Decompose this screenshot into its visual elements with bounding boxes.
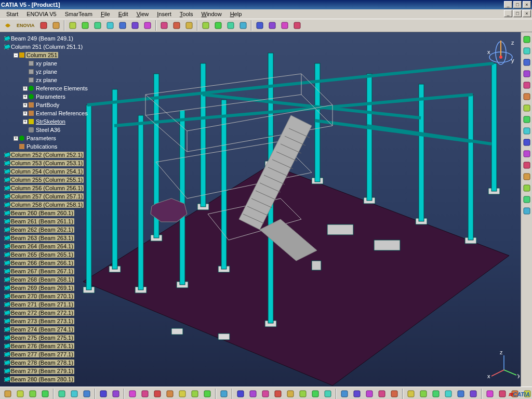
menu-window[interactable]: Window: [197, 10, 226, 18]
tree-node[interactable]: +Beam 273 (Beam 273.1): [1, 317, 113, 325]
tree-node[interactable]: +Column 254 (Column 254.1): [1, 167, 113, 176]
toolbtn-t19[interactable]: [279, 20, 290, 31]
tree-node[interactable]: +Beam 277 (Beam 277.1): [1, 350, 113, 358]
toolbtn-t1[interactable]: [38, 20, 49, 31]
tree-node[interactable]: Publications: [1, 142, 113, 151]
doc-close-button[interactable]: ×: [523, 10, 531, 17]
menu-insert[interactable]: Insert: [153, 10, 176, 18]
tree-node[interactable]: +Beam 261 (Beam 261.1): [1, 217, 113, 225]
menu-smarteam[interactable]: SmarTeam: [61, 10, 97, 18]
btr-hide3[interactable]: [430, 388, 442, 400]
tree-node[interactable]: Steel A36: [1, 126, 113, 134]
tree-node[interactable]: +Beam 279 (Beam 279.1): [1, 367, 113, 375]
btr-m3[interactable]: [497, 388, 508, 400]
btr-measure[interactable]: [468, 388, 479, 400]
tree-node[interactable]: +Column 257 (Column 257.1): [1, 192, 113, 201]
minimize-button[interactable]: _: [504, 1, 512, 8]
btl-print[interactable]: [39, 388, 51, 400]
spec-tree[interactable]: +Beam 249 (Beam 249.1)-Column 251 (Colum…: [0, 32, 114, 387]
toolbtn-t16[interactable]: [237, 20, 249, 31]
btl-image3[interactable]: [202, 388, 213, 400]
righttool-rib[interactable]: [522, 137, 532, 148]
righttool-remove[interactable]: [522, 183, 532, 193]
expand-icon[interactable]: +: [23, 103, 28, 108]
tree-node[interactable]: +Column 253 (Column 253.1): [1, 159, 113, 167]
righttool-union[interactable]: [522, 194, 532, 205]
tree-node[interactable]: +Reference Elements: [1, 84, 113, 92]
menu-edit[interactable]: Edit: [114, 10, 132, 18]
tree-node[interactable]: +Beam 262 (Beam 262.1): [1, 225, 113, 234]
tree-node[interactable]: zx plane: [1, 76, 113, 84]
tree-node[interactable]: +Column 258 (Column 258.1): [1, 201, 113, 209]
expand-icon[interactable]: +: [23, 119, 28, 124]
btr-select[interactable]: [218, 388, 230, 400]
toolbtn-t14[interactable]: [212, 20, 224, 31]
righttool-slot[interactable]: [522, 149, 532, 159]
tree-node[interactable]: +Column 255 (Column 255.1): [1, 176, 113, 184]
btr-shade4[interactable]: [389, 388, 400, 400]
tree-node[interactable]: +Beam 264 (Beam 264.1): [1, 242, 113, 250]
toolbtn-t3[interactable]: [67, 20, 78, 31]
expand-icon[interactable]: -: [14, 53, 18, 58]
toolbtn-t12[interactable]: [183, 20, 195, 31]
righttool-stiffener[interactable]: [522, 160, 532, 170]
righttool-select[interactable]: [522, 34, 532, 45]
tree-node[interactable]: +Beam 249 (Beam 249.1): [1, 34, 113, 43]
btr-shade2[interactable]: [364, 388, 375, 400]
tree-node[interactable]: -Column 251: [1, 51, 113, 59]
btr-m2[interactable]: [484, 388, 496, 400]
toolbtn-t10[interactable]: [158, 20, 170, 31]
tree-node[interactable]: +Beam 265 (Beam 265.1): [1, 250, 113, 259]
tree-node[interactable]: +External References: [1, 109, 113, 117]
toolbtn-t2[interactable]: [50, 20, 62, 31]
tree-node[interactable]: yz plane: [1, 68, 113, 76]
btl-image2[interactable]: [189, 388, 201, 400]
righttool-part[interactable]: [522, 46, 532, 56]
menu-file[interactable]: File: [97, 10, 114, 18]
toolbtn-t18[interactable]: [267, 20, 278, 31]
btr-hide1[interactable]: [405, 388, 417, 400]
btl-paste[interactable]: [81, 388, 92, 400]
toolbtn-t15[interactable]: [225, 20, 236, 31]
tree-node[interactable]: +Beam 260 (Beam 260.1): [1, 209, 113, 217]
tree-node[interactable]: +Parameters: [1, 134, 113, 142]
tree-node[interactable]: +Parameters: [1, 92, 113, 101]
tree-node[interactable]: +Beam 269 (Beam 269.1): [1, 284, 113, 292]
tree-node[interactable]: +Beam 278 (Beam 278.1): [1, 358, 113, 367]
righttool-pad[interactable]: [522, 80, 532, 90]
btr-zoom[interactable]: [297, 388, 309, 400]
toolbtn-t4[interactable]: [79, 20, 91, 31]
righttool-hole[interactable]: [522, 126, 532, 136]
btl-copy[interactable]: [69, 388, 80, 400]
expand-icon[interactable]: +: [14, 136, 18, 141]
toolbtn-t9[interactable]: [142, 20, 153, 31]
btl-save[interactable]: [27, 388, 38, 400]
tree-node[interactable]: +Beam 274 (Beam 274.1): [1, 325, 113, 334]
btr-normal[interactable]: [310, 388, 321, 400]
menu-enoviav5[interactable]: ENOVIA V5: [22, 10, 60, 18]
btr-fly[interactable]: [235, 388, 246, 400]
btl-undo[interactable]: [98, 388, 109, 400]
tree-node[interactable]: +Beam 266 (Beam 266.1): [1, 259, 113, 267]
compass[interactable]: z x y: [485, 37, 516, 69]
tree-node[interactable]: +Beam 263 (Beam 263.1): [1, 234, 113, 242]
expand-icon[interactable]: +: [23, 111, 28, 116]
toolbtn-t20[interactable]: [291, 20, 303, 31]
tree-node[interactable]: +Beam 275 (Beam 275.1): [1, 334, 113, 342]
righttool-pocket[interactable]: [522, 91, 532, 102]
toolbtn-t5[interactable]: [92, 20, 103, 31]
btl-image1[interactable]: [177, 388, 188, 400]
menu-help[interactable]: Help: [226, 10, 246, 18]
btr-iso[interactable]: [339, 388, 350, 400]
tree-node[interactable]: +Beam 276 (Beam 276.1): [1, 342, 113, 350]
btr-hide4[interactable]: [443, 388, 454, 400]
tree-node[interactable]: -Column 251 (Column 251.1): [1, 43, 113, 51]
close-button[interactable]: ×: [523, 1, 531, 8]
doc-maximize-button[interactable]: □: [513, 10, 522, 17]
menu-view[interactable]: View: [132, 10, 153, 18]
btl-redo[interactable]: [110, 388, 122, 400]
btr-multi[interactable]: [322, 388, 334, 400]
tree-node[interactable]: +Column 256 (Column 256.1): [1, 184, 113, 192]
tree-node[interactable]: +Beam 280 (Beam 280.1): [1, 375, 113, 383]
btr-fit[interactable]: [247, 388, 259, 400]
